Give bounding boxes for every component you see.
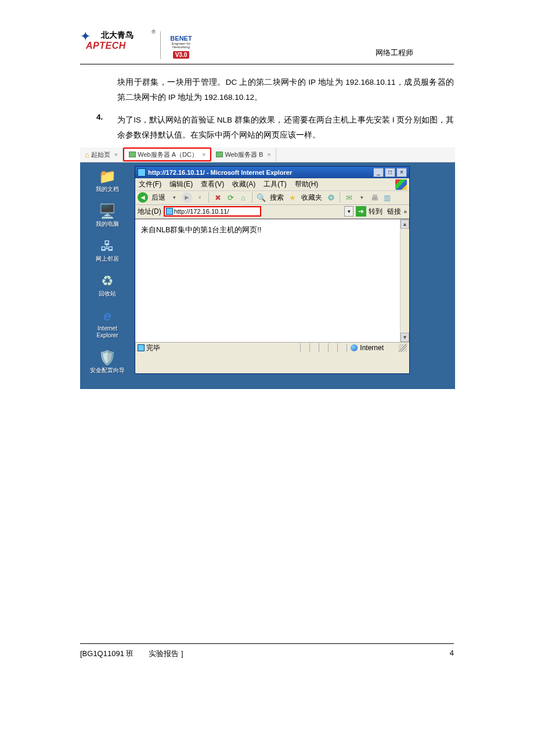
paragraph-2: 为了IS，默认网站的首验证 NLB 群集的效果，还需要在两台主机上事先安装 I …	[117, 113, 454, 142]
menu-favorites[interactable]: 收藏(A)	[232, 179, 255, 189]
maximize-button[interactable]: □	[385, 168, 395, 177]
edit-icon[interactable]: ▥	[382, 192, 392, 203]
logo-divider	[160, 31, 161, 59]
ie-title-icon	[138, 168, 146, 177]
page-content-text: 来自NLB群集中的第1台主机的网页!!	[141, 225, 261, 235]
forward-button[interactable]: ►	[182, 192, 192, 203]
address-input[interactable]: http://172.16.10.11/	[164, 206, 261, 217]
toolbar-separator	[208, 192, 209, 203]
benet-logo: BENET Engineer for Networking V3.0	[165, 29, 197, 62]
vm-tabbar: 起始页 × Web服务器 A（DC） × Web服务器 B ×	[80, 147, 455, 163]
forward-dropdown-icon[interactable]: ▾	[194, 192, 205, 203]
refresh-icon[interactable]: ⟳	[225, 192, 236, 203]
list-item-4: 4. 为了IS，默认网站的首验证 NLB 群集的效果，还需要在两台主机上事先安装…	[96, 113, 454, 142]
address-dropdown-button[interactable]: ▾	[344, 206, 353, 217]
globe-icon	[351, 344, 358, 351]
star-icon[interactable]: ★	[287, 192, 298, 203]
ie-status-bar: 完毕 Internet	[135, 342, 409, 354]
back-dropdown-icon[interactable]: ▾	[169, 192, 179, 203]
ie-content-area: 来自NLB群集中的第1台主机的网页!! ▲ ▼	[135, 219, 409, 342]
body-content: 块用于群集，一块用于管理。DC 上的第二块网卡的 IP 地址为 192.168.…	[80, 64, 454, 143]
scroll-down-icon[interactable]: ▼	[400, 333, 409, 342]
favorites-label: 收藏夹	[301, 193, 322, 203]
back-button[interactable]: ◄	[138, 192, 148, 203]
close-icon[interactable]: ×	[114, 151, 118, 158]
aptech-logo: ✦ 北大青鸟 APTECH ®	[80, 29, 156, 62]
menu-help[interactable]: 帮助(H)	[295, 179, 319, 189]
ie-title-text: http://172.16.10.11/ - Microsoft Interne…	[148, 169, 373, 176]
close-icon[interactable]: ×	[267, 151, 270, 158]
tab-b-label: Web服务器 B	[225, 150, 263, 159]
search-icon[interactable]: 🔍	[256, 192, 266, 203]
page-header: ✦ 北大青鸟 APTECH ® BENET Engineer for Netwo…	[80, 29, 454, 64]
close-icon[interactable]: ×	[202, 151, 205, 158]
ie-toolbar: ◄ 后退 ▾ ► ▾ ✖ ⟳ ⌂ 🔍 搜索 ★ 收藏夹 ❂ ✉	[135, 191, 409, 205]
address-label: 地址(D)	[138, 207, 161, 217]
status-page-icon	[138, 344, 145, 351]
mail-icon[interactable]: ✉	[344, 192, 354, 203]
list-number: 4.	[96, 113, 117, 121]
toolbar-separator	[252, 192, 252, 203]
tab-server-a[interactable]: Web服务器 A（DC） ×	[123, 147, 211, 161]
registered-mark: ®	[151, 29, 156, 35]
go-button[interactable]: ➜	[356, 206, 366, 217]
windows-flag-icon	[395, 179, 407, 190]
menu-edit[interactable]: 编辑(E)	[169, 179, 193, 189]
desktop-area: 📁 我的文档 🖥️ 我的电脑 🖧 网上邻居 ♻ 回收站 e Inter	[80, 163, 455, 389]
close-button[interactable]: ×	[396, 168, 407, 177]
page-icon	[166, 208, 173, 215]
paragraph-1: 块用于群集，一块用于管理。DC 上的第二块网卡的 IP 地址为 192.168.…	[117, 75, 454, 105]
benet-version: V3.0	[173, 51, 190, 59]
network-icon: 🖧	[98, 238, 117, 254]
desktop-icon-docs[interactable]: 📁 我的文档	[87, 168, 128, 193]
stop-icon[interactable]: ✖	[212, 192, 223, 203]
tab-start-label: 起始页	[91, 150, 110, 159]
scroll-up-icon[interactable]: ▲	[400, 219, 409, 229]
chevron-right-icon[interactable]: »	[403, 208, 407, 215]
monitor-icon	[216, 152, 223, 157]
desktop-icon-ie[interactable]: e Internet Explorer	[87, 308, 128, 339]
ie-window: http://172.16.10.11/ - Microsoft Interne…	[135, 166, 410, 374]
tab-server-b[interactable]: Web服务器 B ×	[211, 147, 276, 161]
url-text: http://172.16.10.11/	[174, 208, 229, 215]
links-label[interactable]: 链接	[387, 207, 401, 217]
status-done-text: 完毕	[146, 343, 160, 353]
status-cells	[300, 343, 347, 352]
desktop-icon-recycle[interactable]: ♻ 回收站	[87, 273, 128, 297]
logo-cn-text: 北大青鸟	[101, 30, 134, 41]
vertical-scrollbar[interactable]: ▲ ▼	[400, 219, 409, 342]
desktop-icon-network[interactable]: 🖧 网上邻居	[87, 238, 128, 262]
logo-block: ✦ 北大青鸟 APTECH ® BENET Engineer for Netwo…	[80, 29, 197, 62]
desktop-icon-security[interactable]: 🛡️ 安全配置向导	[87, 350, 128, 374]
shield-icon: 🛡️	[98, 350, 117, 366]
folder-icon: 📁	[98, 168, 117, 185]
status-zone: Internet	[347, 344, 396, 352]
tab-a-label: Web服务器 A（DC）	[138, 150, 198, 159]
header-right-text: 网络工程师	[376, 48, 413, 62]
menu-tools[interactable]: 工具(T)	[264, 179, 286, 189]
menu-file[interactable]: 文件(F)	[139, 179, 161, 189]
resize-grip-icon[interactable]	[399, 344, 407, 352]
benet-subtext: Engineer for Networking	[165, 42, 197, 49]
screenshot-block: 起始页 × Web服务器 A（DC） × Web服务器 B × 📁 我的文档	[80, 147, 455, 389]
tab-start[interactable]: 起始页 ×	[80, 147, 123, 161]
minimize-button[interactable]: _	[373, 168, 384, 177]
footer-left: [BG1Q11091 班 实验报告 ]	[80, 649, 183, 659]
home-icon[interactable]: ⌂	[238, 192, 248, 203]
desktop-icon-pc[interactable]: 🖥️ 我的电脑	[87, 203, 128, 228]
toolbar-separator	[340, 192, 340, 203]
home-icon	[85, 150, 89, 159]
print-icon[interactable]: 🖶	[369, 192, 380, 203]
page-number: 4	[450, 649, 454, 659]
ie-titlebar[interactable]: http://172.16.10.11/ - Microsoft Interne…	[135, 167, 409, 178]
logo-en-text: APTECH	[86, 41, 126, 51]
back-label: 后退	[151, 193, 165, 203]
ie-address-bar: 地址(D) http://172.16.10.11/ ▾ ➜ 转到 链接 »	[135, 205, 409, 219]
monitor-icon	[129, 152, 136, 157]
history-icon[interactable]: ❂	[326, 192, 336, 203]
desktop-icons: 📁 我的文档 🖥️ 我的电脑 🖧 网上邻居 ♻ 回收站 e Inter	[84, 166, 131, 374]
search-label: 搜索	[270, 193, 284, 203]
zone-text: Internet	[360, 344, 384, 352]
mail-dropdown-icon[interactable]: ▾	[356, 192, 367, 203]
menu-view[interactable]: 查看(V)	[201, 179, 224, 189]
